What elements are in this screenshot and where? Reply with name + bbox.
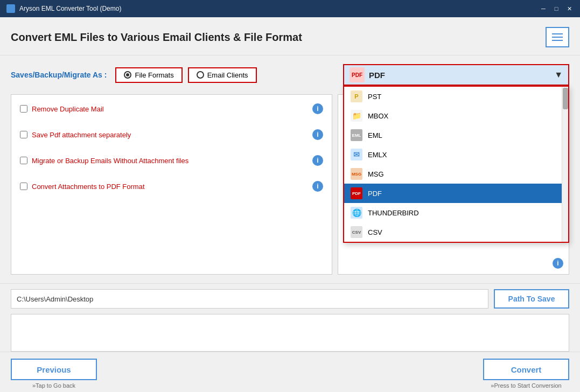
- dropdown-item-csv[interactable]: CSV CSV: [344, 222, 568, 242]
- msg-label: MSG: [368, 170, 384, 178]
- path-to-save-button[interactable]: Path To Save: [494, 289, 569, 309]
- thunderbird-label: THUNDERBIRD: [368, 209, 419, 217]
- page-title: Convert EML Files to Various Email Clien…: [11, 31, 302, 44]
- file-formats-radio[interactable]: [124, 71, 131, 79]
- csv-label: CSV: [368, 228, 382, 236]
- dropdown-item-emlx[interactable]: ✉ EMLX: [344, 145, 568, 164]
- right-panel-info: i: [553, 258, 563, 269]
- file-formats-label: File Formats: [135, 71, 173, 79]
- email-clients-label: Email Clients: [207, 71, 248, 79]
- title-bar: Aryson EML Converter Tool (Demo) ─ □ ✕: [0, 0, 580, 17]
- maximize-button[interactable]: □: [552, 4, 561, 13]
- checkbox-save-pdf-label: Save Pdf attachment separately: [32, 131, 131, 139]
- saves-label: Saves/Backup/Migrate As :: [11, 71, 107, 79]
- scrollbar-thumb: [563, 88, 568, 109]
- checkbox-save-pdf-input[interactable]: [20, 131, 27, 138]
- email-clients-radio[interactable]: [197, 71, 204, 79]
- minimize-button[interactable]: ─: [539, 4, 548, 13]
- dropdown-item-pst[interactable]: P PST: [344, 87, 568, 106]
- info-icon-1[interactable]: i: [312, 129, 323, 140]
- checkbox-migrate-label: Migrate or Backup Emails Without Attachm…: [32, 157, 188, 165]
- close-button[interactable]: ✕: [565, 4, 574, 13]
- checkbox-convert-attachments[interactable]: Convert Attachments to PDF Format i: [20, 181, 323, 192]
- format-dropdown[interactable]: PDF PDF ▼: [343, 64, 569, 86]
- dropdown-item-msg[interactable]: MSG MSG: [344, 164, 568, 184]
- selected-format-label: PDF: [369, 71, 385, 80]
- dropdown-item-pdf[interactable]: PDF PDF: [344, 184, 568, 203]
- mbox-label: MBOX: [368, 112, 388, 120]
- checkbox-convert-attachments-input[interactable]: [20, 183, 27, 190]
- checkbox-remove-duplicate[interactable]: Remove Duplicate Mail i: [20, 103, 323, 114]
- dropdown-list: P PST 📁 MBOX EML EML: [344, 87, 568, 242]
- format-dropdown-wrapper: PDF PDF ▼ P PST: [343, 64, 569, 86]
- menu-line-1: [552, 33, 563, 34]
- csv-icon: CSV: [351, 226, 362, 238]
- format-dropdown-overlay: P PST 📁 MBOX EML EML: [343, 86, 569, 243]
- toolbar-row: Saves/Backup/Migrate As : File Formats E…: [11, 64, 569, 86]
- footer-right: Convert »Press to Start Conversion: [483, 359, 569, 389]
- preview-area: [11, 314, 569, 352]
- pst-icon: P: [351, 90, 362, 102]
- pst-label: PST: [368, 93, 381, 101]
- pdf-icon: PDF: [350, 67, 365, 82]
- dropdown-scrollbar[interactable]: [562, 87, 568, 242]
- dropdown-item-eml[interactable]: EML EML: [344, 125, 568, 145]
- email-clients-option[interactable]: Email Clients: [188, 67, 257, 83]
- info-icon-3[interactable]: i: [312, 181, 323, 192]
- thunderbird-icon: 🌐: [351, 207, 362, 219]
- format-radio-group: File Formats Email Clients: [115, 67, 256, 83]
- dropdown-left: PDF PDF: [350, 67, 385, 82]
- main-content: Convert EML Files to Various Email Clien…: [0, 17, 580, 392]
- app-header: Convert EML Files to Various Email Clien…: [0, 17, 580, 55]
- footer-left: Previous »Tap to Go back: [11, 359, 97, 389]
- checkbox-remove-duplicate-input[interactable]: [20, 105, 27, 113]
- dropdown-item-thunderbird[interactable]: 🌐 THUNDERBIRD: [344, 203, 568, 222]
- msg-icon: MSG: [351, 168, 362, 180]
- menu-line-2: [552, 37, 563, 38]
- checkbox-save-pdf[interactable]: Save Pdf attachment separately i: [20, 129, 323, 140]
- previous-hint: »Tap to Go back: [32, 382, 75, 389]
- eml-label: EML: [368, 131, 382, 139]
- mbox-icon: 📁: [351, 110, 362, 122]
- file-formats-option[interactable]: File Formats: [115, 67, 182, 83]
- pdf-label: PDF: [368, 190, 382, 198]
- convert-hint: »Press to Start Conversion: [491, 382, 561, 389]
- title-bar-text: Aryson EML Converter Tool (Demo): [19, 5, 539, 12]
- left-panel: Remove Duplicate Mail i Save Pdf attachm…: [11, 94, 332, 275]
- footer: Previous »Tap to Go back Convert »Press …: [0, 352, 580, 392]
- checkbox-migrate[interactable]: Migrate or Backup Emails Without Attachm…: [20, 155, 323, 166]
- path-row: Path To Save: [0, 283, 580, 314]
- path-input[interactable]: [11, 289, 488, 309]
- body-area: Saves/Backup/Migrate As : File Formats E…: [0, 55, 580, 283]
- pdf-list-icon: PDF: [351, 187, 362, 199]
- info-icon-2[interactable]: i: [312, 155, 323, 166]
- dropdown-item-mbox[interactable]: 📁 MBOX: [344, 106, 568, 125]
- emlx-label: EMLX: [368, 151, 387, 159]
- app-icon: [6, 4, 15, 13]
- checkbox-remove-duplicate-label: Remove Duplicate Mail: [32, 105, 104, 113]
- checkbox-migrate-input[interactable]: [20, 157, 27, 164]
- dropdown-chevron-icon: ▼: [554, 70, 563, 80]
- info-icon-0[interactable]: i: [312, 103, 323, 114]
- checkbox-convert-attachments-label: Convert Attachments to PDF Format: [32, 183, 145, 191]
- menu-button[interactable]: [546, 27, 569, 47]
- convert-button[interactable]: Convert: [483, 359, 569, 380]
- previous-button[interactable]: Previous: [11, 359, 97, 380]
- eml-icon: EML: [351, 129, 362, 141]
- emlx-icon: ✉: [351, 149, 362, 160]
- menu-line-3: [552, 40, 563, 41]
- window-controls: ─ □ ✕: [539, 4, 574, 13]
- right-info-icon[interactable]: i: [553, 258, 563, 269]
